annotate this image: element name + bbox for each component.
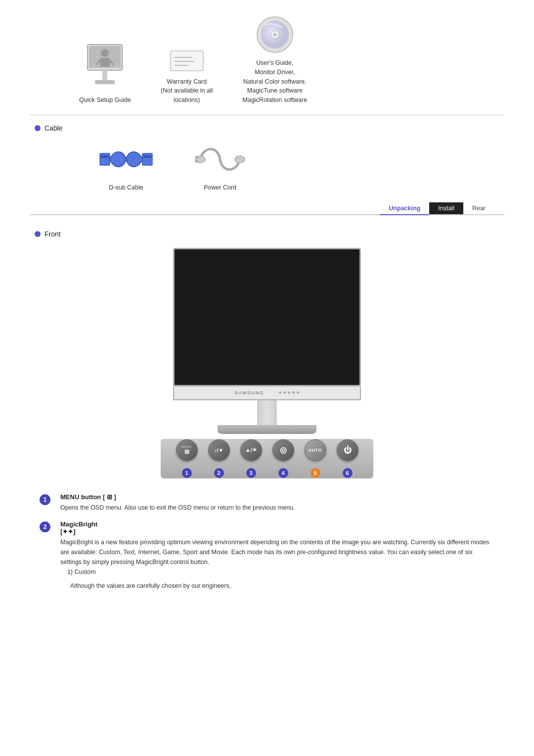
svg-point-2 <box>101 49 109 57</box>
brand-label: SAMSUNG <box>235 390 265 395</box>
quick-setup-item: Quick Setup Guide <box>79 42 131 105</box>
desc-badge-2: 2 <box>40 521 50 532</box>
svg-rect-19 <box>143 155 151 158</box>
btn4-symbol: ◎ <box>280 445 287 455</box>
svg-rect-16 <box>100 153 110 165</box>
cable-section-title: Cable <box>44 124 63 132</box>
svg-rect-17 <box>101 155 109 158</box>
badge-4: 4 <box>278 468 288 478</box>
warranty-label: Warranty Card(Not available in alllocati… <box>161 77 213 105</box>
badge-5: 5 <box>311 468 320 478</box>
front-section-title: Front <box>44 230 61 238</box>
badge-3: 3 <box>246 468 256 478</box>
monitor-outer: SAMSUNG <box>173 248 361 434</box>
ctrl-btn-6: ⏻ 6 <box>337 439 358 478</box>
section-divider-1 <box>30 115 504 115</box>
dot-5 <box>297 391 299 394</box>
front-section-dot <box>35 231 41 237</box>
desc-row-1: 1 MENU button [ ⊞ ] Opens the OSD menu. … <box>40 493 494 513</box>
dot-4 <box>292 391 295 394</box>
btn2-symbol: ♪/▼ <box>214 447 223 453</box>
desc-note-2: Although the values are carefully chosen… <box>70 581 494 591</box>
svg-point-15 <box>273 33 276 36</box>
power-cord-item: Power Cord <box>193 140 247 192</box>
ctrl-btn-5: AUTO 5 <box>305 439 326 478</box>
badge-2: 2 <box>214 468 224 478</box>
navigation-tabs: Unpacking Install Rear <box>30 202 504 215</box>
enter-button[interactable]: ◎ <box>272 439 294 461</box>
auto-button[interactable]: AUTO <box>305 439 326 461</box>
quick-setup-icon <box>83 42 127 92</box>
monitor-bezel: SAMSUNG <box>173 386 361 400</box>
cable-items: D-sub Cable Power Cord <box>30 140 504 192</box>
svg-rect-3 <box>100 58 110 67</box>
monitor-screen <box>173 248 361 386</box>
svg-rect-6 <box>102 70 107 80</box>
ctrl-btn-2: ♪/▼ 2 <box>208 439 230 478</box>
svg-rect-18 <box>142 153 152 165</box>
dot-2 <box>283 391 286 394</box>
badge-1: 1 <box>182 468 192 478</box>
desc-badge-1: 1 <box>40 494 50 505</box>
power-cord-icon <box>193 140 247 179</box>
front-section-header: Front <box>35 230 504 238</box>
desc-content-1: MENU button [ ⊞ ] Opens the OSD menu. Al… <box>60 493 494 513</box>
brightness-button[interactable]: ▲/✶ <box>240 439 262 461</box>
menu-button[interactable]: MENU ⊞ <box>176 439 198 461</box>
power-cord-label: Power Cord <box>204 183 236 192</box>
dsub-cable-item: D-sub Cable <box>99 140 153 192</box>
descriptions-section: 1 MENU button [ ⊞ ] Opens the OSD menu. … <box>30 493 504 591</box>
tab-install[interactable]: Install <box>429 202 463 214</box>
desc-title-1: MENU button [ ⊞ ] <box>60 493 494 501</box>
indicator-dots <box>279 391 299 394</box>
btn3-symbol: ▲/✶ <box>245 447 257 453</box>
desc-text-1: Opens the OSD menu. Also use to exit the… <box>60 503 494 513</box>
monitor-neck <box>257 400 277 425</box>
cable-section-header: Cable <box>35 124 504 132</box>
quick-setup-label: Quick Setup Guide <box>79 95 131 105</box>
warranty-icon <box>170 48 204 73</box>
svg-point-23 <box>235 156 245 163</box>
desc-content-2: MagicBright[✦✦] MagicBright is a new fea… <box>60 520 494 591</box>
cd-label: User's Guide,Monitor Driver,Natural Colo… <box>243 58 308 105</box>
power-button[interactable]: ⏻ <box>337 439 358 461</box>
front-section: Front SAMSUNG MENU ⊞ <box>30 230 504 478</box>
magicbright-button[interactable]: ♪/▼ <box>208 439 230 461</box>
ctrl-btn-1: MENU ⊞ 1 <box>176 439 198 478</box>
btn6-symbol: ⏻ <box>344 446 352 455</box>
desc-text-2: MagicBright is a new feature providing o… <box>60 537 494 577</box>
dsub-cable-icon <box>99 140 153 179</box>
ctrl-btn-4: ◎ 4 <box>272 439 294 478</box>
top-items-section: Quick Setup Guide Warranty Card(Not avai… <box>30 15 504 105</box>
monitor-illustration: SAMSUNG <box>30 248 504 434</box>
tab-unpacking[interactable]: Unpacking <box>380 202 429 215</box>
warranty-item: Warranty Card(Not available in alllocati… <box>161 48 213 105</box>
dot-1 <box>279 391 281 394</box>
btn5-symbol: AUTO <box>309 448 322 453</box>
tab-rear[interactable]: Rear <box>463 202 494 214</box>
cd-software-item: User's Guide,Monitor Driver,Natural Colo… <box>243 15 308 105</box>
control-panel: MENU ⊞ 1 ♪/▼ 2 ▲/✶ 3 ◎ 4 <box>161 439 373 478</box>
ctrl-btn-3: ▲/✶ 3 <box>240 439 262 478</box>
svg-rect-7 <box>95 80 115 84</box>
dsub-cable-label: D-sub Cable <box>109 183 143 192</box>
badge-6: 6 <box>343 468 353 478</box>
desc-title-2: MagicBright[✦✦] <box>60 520 494 535</box>
cable-section-dot <box>35 125 41 131</box>
cd-icon <box>255 15 295 54</box>
desc-row-2: 2 MagicBright[✦✦] MagicBright is a new f… <box>40 520 494 591</box>
dot-3 <box>288 391 290 394</box>
monitor-base <box>218 425 316 434</box>
menu-btn-symbol: ⊞ <box>184 448 189 455</box>
